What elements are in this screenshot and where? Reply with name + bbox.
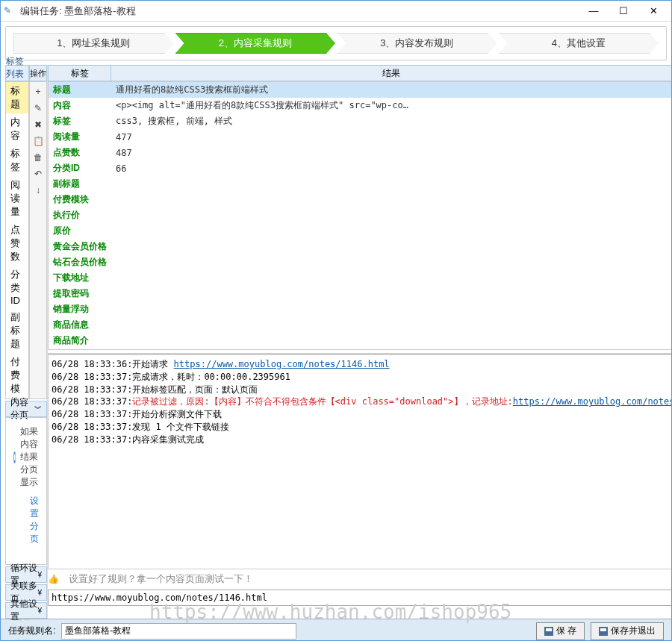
row-tag: 销量浮动: [49, 303, 111, 316]
result-row[interactable]: 商品信息 0行0字: [49, 317, 672, 333]
chevron-icon: ¥: [37, 571, 42, 579]
paging-panel: i 如果内容结果分页显示 设置分页 记得设置内容标签的数据来源: 在默认页和内容…: [5, 417, 47, 565]
section-content-paging[interactable]: 内容分页 ︾: [5, 401, 47, 417]
tag-op-button[interactable]: ✎: [31, 101, 45, 115]
tag-list-item[interactable]: 内容: [6, 113, 28, 145]
save-label: 保 存: [556, 625, 576, 637]
result-row[interactable]: 商品简介 0行0字: [49, 333, 672, 348]
row-result: 通用好看的8款纯CSS3搜索框前端样式: [111, 84, 672, 96]
tag-op-button[interactable]: ↓: [31, 184, 45, 197]
save-icon: [599, 627, 608, 636]
row-tag: 原价: [49, 225, 111, 237]
tag-ops-toolbar: +✎✖📋🗑↶↓: [29, 81, 47, 399]
tag-list[interactable]: 标题内容标签阅读量点赞数分类ID副标题付费模块执行价原价黄金会员价格钻石会员价格…: [5, 81, 29, 399]
result-row[interactable]: 点赞数 487 1行3字: [49, 145, 672, 160]
tag-op-button[interactable]: 🗑: [31, 151, 45, 164]
maximize-button[interactable]: ☐: [609, 1, 638, 21]
row-result: 477: [111, 132, 672, 143]
result-row[interactable]: 钻石会员价格 0行0字: [49, 254, 672, 270]
save-icon: [544, 627, 553, 636]
result-row[interactable]: 销量浮动 0行0字: [49, 301, 672, 317]
ops-header: 操作: [29, 65, 47, 81]
result-row[interactable]: 标题 通用好看的8款纯CSS3搜索框前端样式 1行19字: [49, 82, 672, 98]
section-label: 其他设置: [10, 598, 37, 623]
thumb-up-icon: 👍: [48, 574, 60, 584]
result-row[interactable]: 标签 css3, 搜索框, 前端, 样式 1行14字: [49, 113, 672, 129]
tag-op-button[interactable]: ✖: [31, 118, 45, 131]
close-button[interactable]: ✕: [638, 1, 668, 21]
row-tag: 付费模块: [49, 193, 111, 206]
row-result: 66: [111, 163, 672, 174]
result-row[interactable]: 分类ID 66 1行2字: [49, 160, 672, 176]
result-row[interactable]: 内容 <p><img alt="通用好看的8款纯CSS3搜索框前端样式" src…: [49, 98, 672, 113]
result-table[interactable]: 标题 通用好看的8款纯CSS3搜索框前端样式 1行19字 内容 <p><img …: [48, 81, 672, 350]
step-1[interactable]: 1、网址采集规则: [13, 33, 174, 54]
result-row[interactable]: 提取密码 0行0字: [49, 286, 672, 301]
row-tag: 副标题: [49, 178, 111, 190]
row-result: css3, 搜索框, 前端, 样式: [111, 115, 672, 128]
row-result: 487: [111, 148, 672, 158]
col-header-tag: 标签: [49, 66, 111, 81]
result-row[interactable]: 付费模块 0行0字: [49, 192, 672, 207]
task-name-label: 任务规则名:: [8, 625, 55, 637]
tag-list-item[interactable]: 标题: [6, 82, 28, 113]
paging-hint: 如果内容结果分页显示: [20, 425, 39, 489]
set-paging-link[interactable]: 设置分页: [30, 495, 39, 545]
result-row[interactable]: 下载地址 0行0字: [49, 270, 672, 286]
info-icon: i: [13, 451, 16, 463]
step-4[interactable]: 4、其他设置: [499, 33, 659, 54]
row-tag: 标签: [49, 115, 111, 128]
result-header: 标签 结果 字数 图链: [48, 65, 672, 81]
log-url-link[interactable]: https://www.moyublog.com/notes/1146.html: [174, 359, 390, 369]
row-tag: 商品信息: [49, 319, 111, 331]
minimize-button[interactable]: —: [579, 1, 609, 21]
result-row[interactable]: 副标题 0行0字: [49, 176, 672, 192]
result-row[interactable]: 阅读量 477 1行3字: [49, 129, 672, 145]
step-3[interactable]: 3、内容发布规则: [337, 33, 497, 54]
chevron-icon: ¥: [37, 589, 42, 597]
test-url-input[interactable]: [48, 590, 672, 606]
result-row[interactable]: 执行价 0行0字: [49, 207, 672, 223]
row-tag: 点赞数: [49, 146, 111, 159]
row-tag: 内容: [49, 99, 111, 112]
row-tag: 执行价: [49, 209, 111, 222]
step-2[interactable]: 2、内容采集规则: [175, 33, 336, 54]
tag-op-button[interactable]: 📋: [31, 134, 45, 148]
task-name-input[interactable]: [61, 623, 296, 640]
chevron-down-icon: ︾: [34, 404, 42, 414]
tag-op-button[interactable]: ↶: [31, 167, 45, 181]
test-hint: 设置好了规则？拿一个内容页面测试一下！: [64, 572, 672, 586]
result-row[interactable]: 原价 0行0字: [49, 223, 672, 239]
tag-list-item[interactable]: 付费模块: [6, 353, 28, 399]
title-bar: ✎ 编辑任务: 墨鱼部落格-教程 — ☐ ✕: [1, 1, 671, 22]
row-tag: 提取密码: [49, 287, 111, 300]
section-other[interactable]: 其他设置 ¥: [5, 602, 47, 619]
save-exit-button[interactable]: 保存并退出: [591, 622, 664, 640]
tag-list-item[interactable]: 副标题: [6, 308, 28, 353]
row-tag: 阅读量: [49, 131, 111, 143]
row-tag: 标题: [49, 84, 111, 96]
footer-bar: 任务规则名: 保 存 保存并退出: [1, 619, 671, 641]
row-result: <p><img alt="通用好看的8款纯CSS3搜索框前端样式" src="w…: [111, 99, 672, 112]
log-url-link[interactable]: https://www.moyublog.com/notes/1146.html: [513, 396, 672, 407]
tag-op-button[interactable]: +: [31, 85, 45, 99]
app-icon: ✎: [4, 5, 16, 17]
step-bar: 1、网址采集规则 2、内容采集规则 3、内容发布规则 4、其他设置: [5, 26, 667, 60]
chevron-icon: ¥: [37, 607, 42, 615]
result-row[interactable]: 黄金会员价格 0行0字: [49, 239, 672, 254]
tag-list-item[interactable]: 阅读量: [6, 176, 28, 221]
window-title: 编辑任务: 墨鱼部落格-教程: [20, 4, 579, 18]
row-tag: 钻石会员价格: [49, 256, 111, 269]
save-exit-label: 保存并退出: [611, 625, 656, 637]
save-button[interactable]: 保 存: [536, 622, 585, 640]
tag-list-item[interactable]: 点赞数: [6, 221, 28, 266]
row-tag: 下载地址: [49, 272, 111, 284]
row-tag: 分类ID: [49, 162, 111, 175]
tag-list-item[interactable]: 标签: [6, 145, 28, 176]
row-tag: 商品简介: [49, 334, 111, 347]
log-panel[interactable]: 06/28 18:33:36:开始请求 https://www.moyublog…: [48, 354, 672, 569]
col-header-result: 结果: [111, 66, 672, 81]
tag-list-item[interactable]: 分类ID: [6, 266, 28, 308]
tag-list-header: 标签列表(19): [5, 65, 29, 81]
row-tag: 黄金会员价格: [49, 240, 111, 253]
